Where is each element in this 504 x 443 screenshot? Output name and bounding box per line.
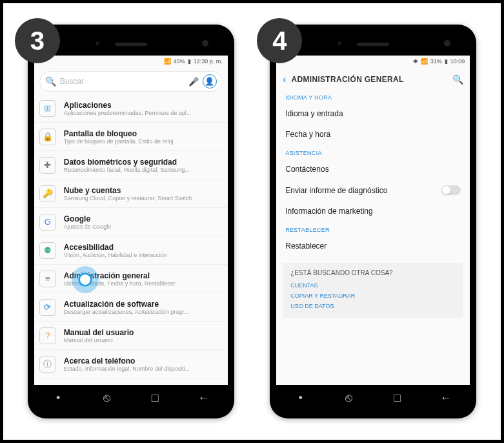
settings-row-nube-y-cuentas[interactable]: 🔑Nube y cuentasSamsung Cloud, Copiar y r… <box>34 180 228 208</box>
row-subtitle: Ajustes de Google <box>64 223 221 230</box>
settings-row-acerca-del-tel-fono[interactable]: ⓘAcerca del teléfonoEstado, Información … <box>34 350 228 378</box>
help-box: ¿ESTÁ BUSCANDO OTRA COSA? CUENTAS COPIAR… <box>283 263 463 318</box>
nav-home[interactable]: □ <box>131 391 179 405</box>
phone-mockup-right: ✱ 📶 31% ▮ 10:09 ‹ ADMINISTRACIÓN GENERAL… <box>270 25 476 418</box>
row-title: Actualización de software <box>64 300 221 309</box>
phone-screen-right: ✱ 📶 31% ▮ 10:09 ‹ ADMINISTRACIÓN GENERAL… <box>276 56 470 385</box>
settings-row-google[interactable]: GGoogleAjustes de Google <box>34 208 228 236</box>
help-link-datos[interactable]: USO DE DATOS <box>290 301 456 311</box>
row-title: Manual del usuario <box>64 328 221 337</box>
row-icon: ⊞ <box>39 100 56 117</box>
step-badge-3: 3 <box>15 18 60 63</box>
nav-recents[interactable]: ⎋ <box>83 391 131 405</box>
mic-icon[interactable]: 🎤 <box>188 77 199 87</box>
battery-icon: ▮ <box>445 58 448 65</box>
phone-mockup-left: 📶 45% ▮ 12:30 p. m. 🔍 Buscar 🎤 👤 ⊞Aplica… <box>28 25 234 418</box>
row-icon: 🔑 <box>39 185 56 202</box>
row-title: Aplicaciones <box>64 101 221 110</box>
row-title: Nube y cuentas <box>64 186 221 195</box>
row-subtitle: Reconocimiento facial, Huella digital, S… <box>64 167 221 173</box>
item-informe-diagnostico[interactable]: Enviar informe de diagnóstico <box>276 180 470 201</box>
signal-icon: 📶 <box>421 58 428 65</box>
row-title: Administración general <box>64 271 221 280</box>
row-icon: ⚉ <box>39 242 56 259</box>
item-idioma-entrada[interactable]: Idioma y entrada <box>276 103 470 124</box>
help-link-copiar[interactable]: COPIAR Y RESTAURAR <box>290 291 456 301</box>
row-icon: ⓘ <box>39 356 56 373</box>
search-icon: 🔍 <box>45 76 56 87</box>
step-3: 3 📶 45% ▮ 12:30 p. m. 🔍 Buscar 🎤 👤 ⊞A <box>28 25 234 418</box>
item-fecha-hora[interactable]: Fecha y hora <box>276 124 470 145</box>
nav-dot: • <box>34 391 83 405</box>
battery-icon: ▮ <box>188 58 191 65</box>
clock-text: 10:09 <box>450 58 465 65</box>
screen-header: ‹ ADMINISTRACIÓN GENERAL 🔍 <box>276 67 470 89</box>
status-bar: ✱ 📶 31% ▮ 10:09 <box>276 56 470 67</box>
row-title: Datos biométricos y seguridad <box>64 158 221 167</box>
step-4: 4 ✱ 📶 31% ▮ 10:09 ‹ ADMINISTRACIÓN GENER… <box>270 25 476 418</box>
help-link-cuentas[interactable]: CUENTAS <box>290 280 456 291</box>
row-subtitle: Descargar actualizaciones, Actualización… <box>64 309 221 315</box>
profile-icon[interactable]: 👤 <box>203 74 217 88</box>
row-subtitle: Manual del usuario <box>64 337 221 344</box>
nav-home[interactable]: □ <box>373 391 421 405</box>
search-icon[interactable]: 🔍 <box>452 74 463 85</box>
help-question: ¿ESTÁ BUSCANDO OTRA COSA? <box>290 269 456 276</box>
section-restablecer: RESTABLECER <box>276 222 470 236</box>
item-label: Enviar informe de diagnóstico <box>285 186 387 195</box>
row-icon: ≡ <box>39 271 56 287</box>
search-bar[interactable]: 🔍 Buscar 🎤 👤 <box>39 71 223 92</box>
settings-row-datos-biom-tricos-y-seguridad[interactable]: ✚Datos biométricos y seguridadReconocimi… <box>34 151 228 180</box>
header-title: ADMINISTRACIÓN GENERAL <box>292 75 448 84</box>
section-asistencia: ASISTENCIA <box>276 145 470 159</box>
status-bar: 📶 45% ▮ 12:30 p. m. <box>34 56 228 67</box>
phone-screen-left: 📶 45% ▮ 12:30 p. m. 🔍 Buscar 🎤 👤 ⊞Aplica… <box>34 56 228 385</box>
item-info-marketing[interactable]: Información de marketing <box>276 201 470 222</box>
row-icon: ✚ <box>39 157 56 174</box>
toggle-diagnostic[interactable] <box>441 185 461 195</box>
battery-text: 45% <box>174 58 185 65</box>
row-title: Pantalla de bloqueo <box>64 129 221 138</box>
nav-dot: • <box>276 391 325 405</box>
tutorial-frame: 3 📶 45% ▮ 12:30 p. m. 🔍 Buscar 🎤 👤 ⊞A <box>0 0 504 443</box>
settings-list: ⊞AplicacionesAplicaciones predeterminada… <box>34 94 228 378</box>
settings-row-aplicaciones[interactable]: ⊞AplicacionesAplicaciones predeterminada… <box>34 94 228 123</box>
row-title: Google <box>64 214 221 223</box>
back-icon[interactable]: ‹ <box>283 74 286 85</box>
clock-text: 12:30 p. m. <box>194 58 223 65</box>
phone-bezel-top <box>34 31 228 56</box>
section-lang-time: IDIOMA Y HORA <box>276 89 470 103</box>
nav-back[interactable]: ← <box>179 391 228 405</box>
step-badge-4: 4 <box>257 18 302 63</box>
nav-back[interactable]: ← <box>421 391 470 405</box>
row-title: Accesibilidad <box>64 243 221 252</box>
nav-bar: • ⎋ □ ← <box>276 385 470 411</box>
settings-row-pantalla-de-bloqueo[interactable]: 🔒Pantalla de bloqueoTipo de bloqueo de p… <box>34 123 228 151</box>
search-placeholder: Buscar <box>60 77 185 86</box>
bluetooth-icon: ✱ <box>413 58 418 65</box>
phone-bezel-top <box>276 31 470 56</box>
item-contactenos[interactable]: Contáctenos <box>276 159 470 180</box>
signal-icon: 📶 <box>164 58 171 65</box>
settings-row-manual-del-usuario[interactable]: ?Manual del usuarioManual del usuario <box>34 322 228 350</box>
battery-text: 31% <box>430 58 442 65</box>
nav-recents[interactable]: ⎋ <box>325 391 373 405</box>
nav-bar: • ⎋ □ ← <box>34 385 228 411</box>
row-icon: 🔒 <box>39 129 56 145</box>
row-subtitle: Aplicaciones predeterminadas, Permisos d… <box>64 110 221 116</box>
row-subtitle: Idioma, entrada, Fecha y hora, Restablec… <box>64 280 221 287</box>
row-subtitle: Samsung Cloud, Copiar y restaurar, Smart… <box>64 195 221 201</box>
row-title: Acerca del teléfono <box>64 356 221 366</box>
settings-row-administraci-n-general[interactable]: ≡Administración generalIdioma, entrada, … <box>34 265 228 293</box>
row-subtitle: Estado, Información legal, Nombre del di… <box>64 366 221 372</box>
row-icon: ? <box>39 327 56 344</box>
row-subtitle: Tipo de bloqueo de pantalla, Estilo de r… <box>64 138 221 145</box>
row-icon: G <box>39 214 56 231</box>
settings-row-accesibilidad[interactable]: ⚉AccesibilidadVisión, Audición, Habilida… <box>34 236 228 265</box>
settings-row-actualizaci-n-de-software[interactable]: ⟳Actualización de softwareDescargar actu… <box>34 293 228 322</box>
row-subtitle: Visión, Audición, Habilidad e interacció… <box>64 252 221 258</box>
row-icon: ⟳ <box>39 299 56 316</box>
item-restablecer[interactable]: Restablecer <box>276 236 470 256</box>
